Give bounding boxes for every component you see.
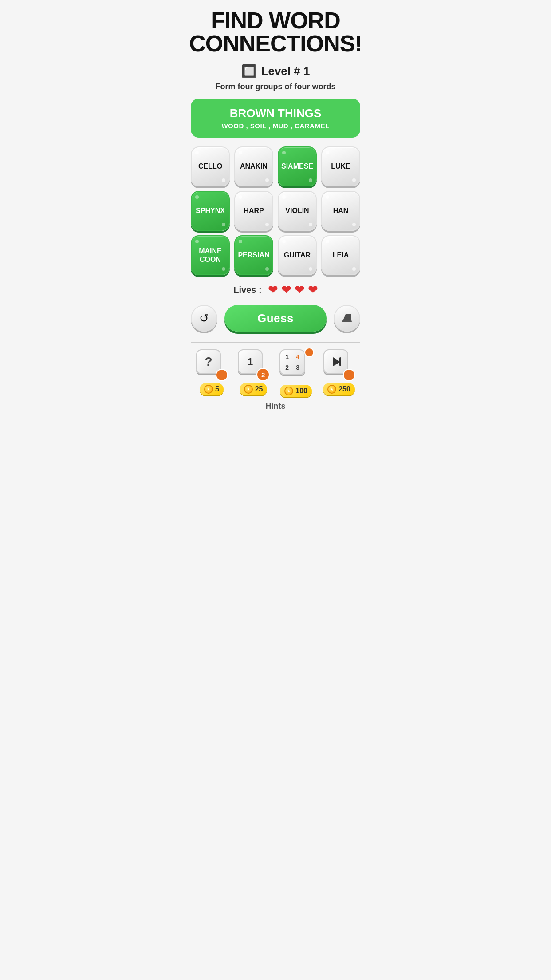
hint-cost-25: ★ 25 [240, 383, 268, 395]
tile-sphynx[interactable]: SPHYNX [191, 191, 230, 231]
app-container: FIND WORDCONNECTIONS! 🔲 Level # 1 Form f… [184, 0, 367, 415]
tile-persian[interactable]: PERSIAN [234, 235, 273, 275]
word-grid: CELLO ANAKIN SIAMESE LUKE SPHYNX HARP [191, 146, 360, 275]
lives-label: Lives : [233, 285, 261, 295]
solved-category-title: BROWN THINGS [200, 107, 351, 120]
eraser-icon [341, 312, 353, 324]
hint-number12-badge: 2 [256, 368, 270, 381]
hint-cost-250: ★ 250 [323, 383, 355, 395]
tile-maine-coon[interactable]: MAINE COON [191, 235, 230, 275]
hint-play-badge [343, 369, 355, 381]
tile-cello[interactable]: CELLO [191, 146, 230, 186]
hint-cost-text-3: 100 [295, 387, 307, 395]
tile-anakin[interactable]: ANAKIN [234, 146, 273, 186]
svg-marker-2 [333, 357, 340, 366]
svg-rect-1 [342, 320, 352, 322]
hints-label: Hints [191, 402, 360, 411]
hint-cost-text-2: 25 [255, 385, 263, 393]
tile-leia[interactable]: LEIA [321, 235, 360, 275]
lives-row: Lives : ❤ ❤ ❤ ❤ [233, 283, 317, 297]
heart-2: ❤ [281, 283, 291, 297]
hint-cost-text-1: 5 [215, 385, 219, 393]
coin-icon-4: ★ [327, 385, 336, 394]
tile-guitar[interactable]: GUITAR [278, 235, 317, 275]
solved-category-card: BROWN THINGS WOOD , SOIL , MUD , CARAMEL [191, 99, 360, 138]
shuffle-button[interactable]: ↺ [191, 305, 217, 332]
hint-play[interactable]: ★ 250 [323, 349, 355, 395]
level-row: 🔲 Level # 1 [241, 64, 310, 79]
hint-question-badge [216, 369, 228, 381]
level-text: Level # 1 [261, 64, 310, 78]
subtitle: Form four groups of four words [216, 82, 336, 91]
hints-section: ? ★ 5 1 2 ★ 25 [191, 342, 360, 411]
coin-icon-1: ★ [204, 385, 213, 394]
coin-icon-3: ★ [284, 387, 293, 395]
coin-icon-2: ★ [244, 385, 253, 394]
hint-question[interactable]: ? ★ 5 [196, 349, 227, 395]
heart-4: ❤ [308, 283, 318, 297]
action-row: ↺ Guess [191, 305, 360, 332]
eraser-button[interactable] [334, 305, 360, 332]
svg-marker-0 [343, 314, 351, 320]
tile-harp[interactable]: HARP [234, 191, 273, 231]
hint-number12[interactable]: 1 2 ★ 25 [238, 349, 269, 395]
solved-category-words: WOOD , SOIL , MUD , CARAMEL [200, 122, 351, 130]
hint-number123-card: 1 4 2 3 [279, 349, 305, 375]
hint-cost-text-4: 250 [338, 385, 350, 393]
hints-row: ? ★ 5 1 2 ★ 25 [191, 349, 360, 397]
tile-luke[interactable]: LUKE [321, 146, 360, 186]
tile-han[interactable]: HAN [321, 191, 360, 231]
level-icon: 🔲 [241, 64, 257, 79]
tile-siamese[interactable]: SIAMESE [278, 146, 317, 186]
svg-rect-3 [339, 357, 341, 366]
tile-violin[interactable]: VIOLIN [278, 191, 317, 231]
play-icon [330, 356, 342, 368]
heart-1: ❤ [268, 283, 278, 297]
main-title: FIND WORDCONNECTIONS! [189, 9, 362, 55]
hint-number123-badge [304, 348, 314, 357]
hint-cost-100: ★ 100 [280, 385, 312, 397]
heart-3: ❤ [295, 283, 304, 297]
hint-cost-5: ★ 5 [200, 383, 224, 395]
guess-button[interactable]: Guess [224, 305, 327, 332]
hint-number123[interactable]: 1 4 2 3 ★ 100 [279, 349, 312, 397]
